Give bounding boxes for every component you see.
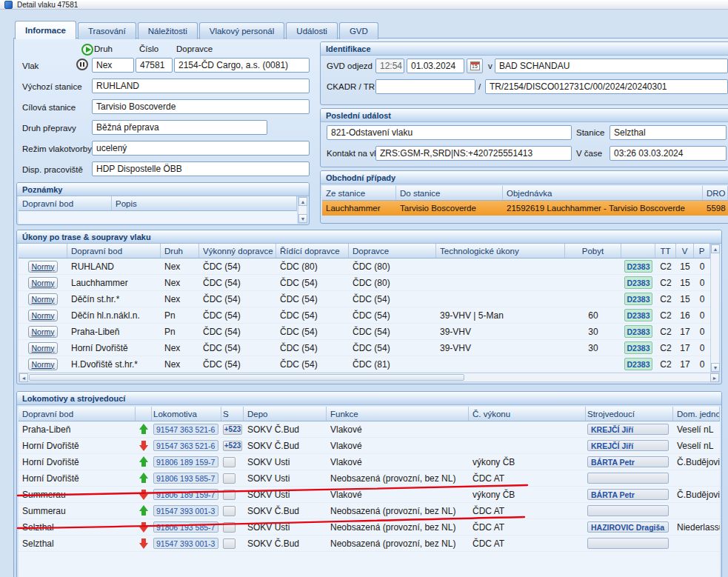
table-row[interactable]: Praha-Libeň 91547 363 521-6 +523 SOKV Č.… xyxy=(19,421,720,438)
scrollbar-thumb[interactable] xyxy=(29,374,464,381)
poznamky-scrollbar[interactable]: ▲ ▼ xyxy=(298,196,307,224)
normy-button[interactable]: Normy xyxy=(28,358,59,370)
tr-field[interactable]: TR/2154/DISCO012731C/00/2024/20240301 xyxy=(485,79,728,94)
cilova-stanice-field[interactable]: Tarvisio Boscoverde xyxy=(92,99,310,114)
table-row[interactable]: Summerau 91547 393 001-3 SOKV Č.Bud Neob… xyxy=(19,503,720,519)
v-case-field[interactable]: 03:26 03.03.2024 xyxy=(610,146,727,161)
locomotive-number-link[interactable]: 91806 193 585-7 xyxy=(153,521,218,533)
s-button[interactable] xyxy=(223,522,236,533)
table-row[interactable]: Normy Horní Dvořiště Nex ČDC (54) ČDC (5… xyxy=(19,340,710,356)
cell-dopravni-bod: Horní Dvořiště xyxy=(19,454,136,470)
locomotive-number-link[interactable]: 91547 393 001-3 xyxy=(153,505,218,516)
table-row[interactable]: Selzthal 91806 193 585-7 SOKV Usti Neobs… xyxy=(19,519,720,536)
locomotive-number-link[interactable]: 91547 363 521-6 xyxy=(153,424,218,435)
ukony-vertical-scrollbar[interactable]: ▲ ▼ xyxy=(710,244,720,373)
scroll-down-icon[interactable]: ▼ xyxy=(711,363,720,372)
normy-button[interactable]: Normy xyxy=(28,277,59,289)
tab-gvd[interactable]: GVD xyxy=(339,22,378,39)
gvd-time-field[interactable]: 12:54 xyxy=(375,59,404,73)
table-row[interactable]: Selzthal 91547 393 001-3 SOKV Č.Bud Neob… xyxy=(19,536,720,552)
dopravce-field[interactable]: 2154-ČD Cargo, a.s. (0081) xyxy=(174,58,310,73)
scroll-left-icon[interactable]: ◄ xyxy=(19,373,28,382)
driver-link[interactable]: KREJČÍ Jiří xyxy=(587,424,669,435)
table-row[interactable]: Summerau 91806 189 159-7 SOKV Usti Vlako… xyxy=(19,487,720,503)
scroll-down-icon[interactable]: ▼ xyxy=(298,214,307,223)
normy-button[interactable]: Normy xyxy=(28,293,59,305)
vychozi-stanice-field[interactable]: RUHLAND xyxy=(92,79,310,93)
gvd-station-field[interactable]: BAD SCHANDAU xyxy=(495,59,728,73)
s-button[interactable]: +523 xyxy=(223,424,242,435)
slash-label: / xyxy=(478,82,481,91)
locomotive-number-link[interactable]: 91806 189 159-7 xyxy=(153,489,218,500)
driver-link[interactable]: HAZIROVIC Dragiša xyxy=(587,521,669,533)
norm-badge[interactable]: D2383 xyxy=(624,325,653,338)
table-row[interactable]: Normy RUHLAND Nex ČDC (54) ČDC (80) ČDC … xyxy=(19,259,710,275)
norm-badge[interactable]: D2383 xyxy=(624,358,653,370)
normy-button[interactable]: Normy xyxy=(28,310,59,321)
table-row[interactable]: Horní Dvořiště 91547 363 521-6 +523 SOKV… xyxy=(19,438,720,454)
normy-button[interactable]: Normy xyxy=(28,342,59,354)
driver-link[interactable]: KREJČÍ Jiří xyxy=(587,440,669,451)
table-row[interactable]: Normy H.Dvořiště st.hr.* Nex ČDC (54) ČD… xyxy=(19,356,710,373)
s-button[interactable] xyxy=(223,457,236,467)
tab-trasovani[interactable]: Trasování xyxy=(78,22,136,39)
norm-badge[interactable]: D2383 xyxy=(624,260,653,273)
table-row[interactable]: Normy Lauchhammer Nex ČDC (54) ČDC (54) … xyxy=(19,275,710,291)
normy-button[interactable]: Normy xyxy=(28,326,59,338)
norm-badge[interactable]: D2383 xyxy=(624,341,653,354)
norm-badge[interactable]: D2383 xyxy=(624,276,653,289)
scroll-right-icon[interactable]: ► xyxy=(710,373,719,382)
tab-vlakovy-personal[interactable]: Vlakový personál xyxy=(199,22,285,39)
s-button[interactable] xyxy=(223,506,236,516)
kontakt-field[interactable]: ZRS:GSM-R,SRD|NS:+420725551413 xyxy=(375,146,572,161)
driver-link[interactable] xyxy=(587,538,669,549)
cislo-field[interactable]: 47581 xyxy=(136,58,173,73)
obchodni-pripady-group: Obchodní případy Ze stanice Do stanice O… xyxy=(320,170,728,224)
driver-link[interactable]: BÁRTA Petr xyxy=(587,456,669,467)
cell-pobyt xyxy=(565,259,621,274)
tab-nalezitosti[interactable]: Náležitosti xyxy=(138,22,198,39)
tab-informace[interactable]: Informace xyxy=(15,21,76,39)
direction-arrow-icon xyxy=(139,456,149,467)
driver-link[interactable] xyxy=(587,473,669,484)
normy-button[interactable]: Normy xyxy=(28,261,59,273)
obchodni-row[interactable]: Lauchhammer Tarvisio Boscoverde 21592619… xyxy=(322,201,728,216)
table-row[interactable]: Horní Dvořiště 91806 193 585-7 SOKV Usti… xyxy=(19,470,720,487)
cell-dopravni-bod: Summerau xyxy=(19,487,136,502)
stanice-field[interactable]: Selzthal xyxy=(610,125,727,140)
s-button[interactable] xyxy=(223,473,236,484)
table-row[interactable]: Normy Praha-Libeň Pn ČDC (54) ČDC (54) Č… xyxy=(19,324,710,340)
calendar-button[interactable]: 15 xyxy=(467,59,483,73)
s-button[interactable] xyxy=(223,490,236,500)
app-icon xyxy=(4,1,13,9)
tab-udalosti[interactable]: Události xyxy=(286,22,338,39)
table-row[interactable]: Normy Děčín st.hr.* Nex ČDC (54) ČDC (54… xyxy=(19,291,710,307)
locomotive-number-link[interactable]: 91547 393 001-3 xyxy=(153,538,218,549)
direction-arrow-icon xyxy=(139,538,149,549)
play-button[interactable] xyxy=(81,44,93,56)
ukony-horizontal-scrollbar[interactable]: ◄ ► xyxy=(19,373,720,382)
gvd-date-field[interactable]: 01.03.2024 xyxy=(407,59,464,73)
norm-badge[interactable]: D2383 xyxy=(624,309,653,321)
s-button[interactable] xyxy=(223,538,236,549)
driver-link[interactable]: BÁRTA Petr xyxy=(587,489,669,500)
locomotive-number-link[interactable]: 91547 363 521-6 xyxy=(153,440,218,451)
druh-prepravy-field[interactable]: Běžná přeprava xyxy=(92,120,267,135)
table-row[interactable]: Normy Děčín hl.n.nákl.n. Pn ČDC (54) ČDC… xyxy=(19,307,710,324)
s-button[interactable]: +523 xyxy=(223,441,242,451)
rezim-vlakotvorby-field[interactable]: ucelený xyxy=(92,141,310,156)
cell-cislo-vykonu: ČDC AT xyxy=(469,470,586,486)
norm-badge[interactable]: D2383 xyxy=(624,293,653,305)
locomotive-number-link[interactable]: 91806 193 585-7 xyxy=(153,473,218,484)
scroll-up-icon[interactable]: ▲ xyxy=(711,244,720,253)
disp-pracoviste-field[interactable]: HDP Dispostelle ÖBB xyxy=(92,161,310,176)
table-row[interactable]: Horní Dvořiště 91806 189 159-7 SOKV Usti… xyxy=(19,454,720,470)
druh-field[interactable]: Nex xyxy=(92,58,134,73)
ckadr-field[interactable] xyxy=(375,79,475,94)
cell-cislo-vykonu: ČDC AT xyxy=(469,519,586,535)
pause-button[interactable] xyxy=(76,59,88,70)
driver-link[interactable] xyxy=(587,505,669,516)
udalost-field[interactable]: 821-Odstavení vlaku xyxy=(327,125,572,140)
locomotive-number-link[interactable]: 91806 189 159-7 xyxy=(153,456,218,467)
scroll-up-icon[interactable]: ▲ xyxy=(298,197,307,206)
